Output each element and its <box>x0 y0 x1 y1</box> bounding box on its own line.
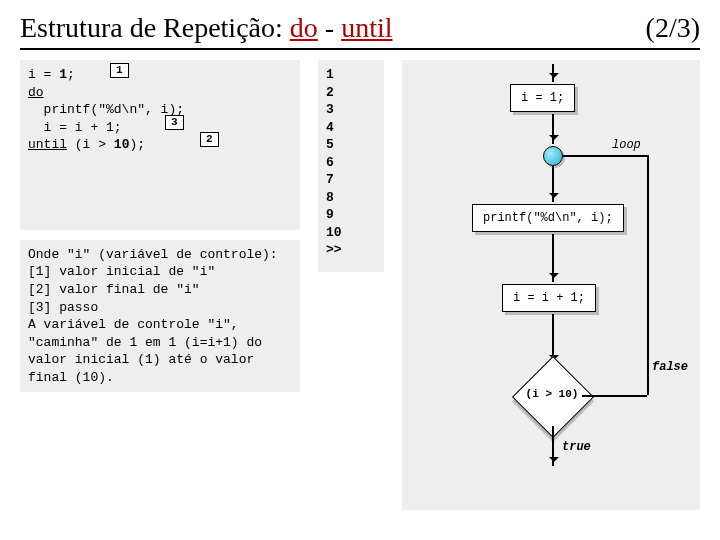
arrow-loop-to-body <box>552 166 554 202</box>
code-l1a: i = <box>28 67 59 82</box>
code-l1c: ; <box>67 67 75 82</box>
code-l3: printf("%d\n", i); <box>28 102 184 117</box>
page-title: Estrutura de Repetição: do - until <box>20 12 392 44</box>
line-false-v <box>647 155 649 395</box>
arrow-true-down <box>552 426 554 466</box>
title-kw-do: do <box>290 12 318 43</box>
line-false-top <box>562 155 647 157</box>
description-box: Onde "i" (variável de controle): [1] val… <box>20 240 300 392</box>
code-l5c: 10 <box>114 137 130 152</box>
content-area: i = 1; do printf("%d\n", i); i = i + 1; … <box>20 60 700 510</box>
title-prefix: Estrutura de Repetição: <box>20 12 290 43</box>
page-indicator: (2/3) <box>646 12 700 44</box>
flow-step: i = i + 1; <box>502 284 596 312</box>
left-column: i = 1; do printf("%d\n", i); i = i + 1; … <box>20 60 300 510</box>
loop-junction-icon <box>543 146 563 166</box>
code-l2: do <box>28 85 44 100</box>
flow-condition-text: (i > 10) <box>512 388 592 400</box>
line-false-h <box>582 395 647 397</box>
arrow-to-init <box>552 64 554 82</box>
badge-3: 3 <box>165 115 184 130</box>
flow-init: i = 1; <box>510 84 575 112</box>
code-l5b: (i > <box>67 137 114 152</box>
false-label: false <box>652 360 688 374</box>
title-row: Estrutura de Repetição: do - until (2/3) <box>20 12 700 50</box>
loop-label: loop <box>612 138 641 152</box>
badge-2: 2 <box>200 132 219 147</box>
title-sep: - <box>318 12 341 43</box>
true-label: true <box>562 440 591 454</box>
arrow-body-to-step <box>552 234 554 282</box>
output-box: 1 2 3 4 5 6 7 8 9 10 >> <box>318 60 384 272</box>
flowchart: i = 1; loop printf("%d\n", i); i = i + 1… <box>402 60 700 510</box>
title-kw-until: until <box>341 12 392 43</box>
code-l5d: ); <box>129 137 145 152</box>
code-l5a: until <box>28 137 67 152</box>
flow-condition: (i > 10) <box>512 366 592 426</box>
code-box: i = 1; do printf("%d\n", i); i = i + 1; … <box>20 60 300 230</box>
arrow-init-to-loop <box>552 114 554 144</box>
badge-1: 1 <box>110 63 129 78</box>
code-l4: i = i + 1; <box>28 120 122 135</box>
flow-body: printf("%d\n", i); <box>472 204 624 232</box>
code-l1b: 1 <box>59 67 67 82</box>
